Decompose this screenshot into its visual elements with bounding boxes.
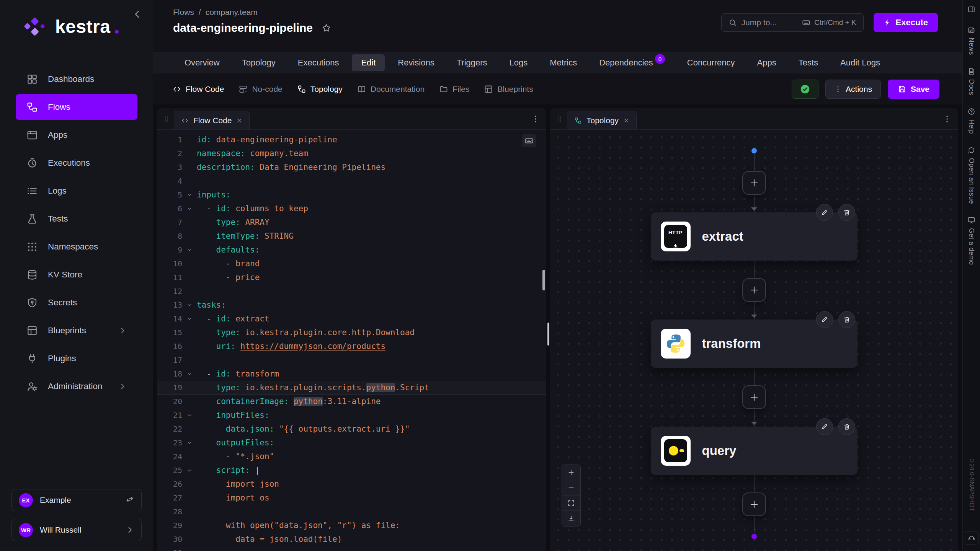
add-task-button[interactable] (742, 278, 766, 302)
code-line-27[interactable]: 27 import os (157, 491, 546, 505)
topology-canvas[interactable]: HTTPextracttransformquery (550, 130, 958, 551)
zoom-out-button[interactable] (562, 480, 580, 496)
code-line-18[interactable]: 18 - id: transform (157, 367, 546, 381)
tab-audit-logs[interactable]: Audit Logs (831, 54, 889, 71)
code-line-8[interactable]: 8 itemType: STRING (157, 229, 546, 243)
tab-triggers[interactable]: Triggers (448, 54, 497, 71)
code-line-9[interactable]: 9 defaults: (157, 243, 546, 257)
drag-handle-icon[interactable] (556, 114, 563, 124)
tab-executions[interactable]: Executions (289, 54, 348, 71)
code-editor[interactable]: 1id: data-engineering-pipeline2namespace… (157, 130, 546, 551)
add-task-button[interactable] (742, 171, 766, 195)
tab-metrics[interactable]: Metrics (541, 54, 586, 71)
tab-dependencies[interactable]: Dependencies0 (590, 54, 674, 71)
star-icon[interactable] (321, 23, 332, 33)
view-blueprints[interactable]: Blueprints (479, 82, 538, 97)
sidebar-collapse-icon[interactable] (132, 8, 143, 20)
sidebar-item-blueprints[interactable]: Blueprints (16, 318, 137, 343)
fold-toggle-icon[interactable] (182, 463, 197, 477)
sidebar-item-namespaces[interactable]: Namespaces (16, 234, 137, 259)
add-task-button[interactable] (742, 492, 766, 516)
topology-node-query[interactable]: query (651, 427, 858, 475)
support-icon[interactable] (965, 531, 978, 545)
breadcrumb-flows[interactable]: Flows (173, 8, 194, 17)
code-line-28[interactable]: 28 (157, 505, 546, 518)
right-panel-toggle[interactable] (967, 5, 975, 13)
code-line-15[interactable]: 15 type: io.kestra.plugin.core.http.Down… (157, 326, 546, 339)
add-task-button[interactable] (742, 385, 766, 409)
code-line-17[interactable]: 17 (157, 353, 546, 367)
sidebar-item-administration[interactable]: Administration (16, 373, 137, 399)
code-line-29[interactable]: 29 with open("data.json", "r") as file: (157, 518, 546, 532)
sidebar-item-logs[interactable]: Logs (16, 178, 137, 204)
code-line-13[interactable]: 13tasks: (157, 298, 546, 312)
rail-item-get-a-demo[interactable]: Get a demo (967, 216, 975, 265)
tab-revisions[interactable]: Revisions (389, 54, 443, 71)
topology-node-extract[interactable]: HTTPextract (651, 212, 858, 261)
view-documentation[interactable]: Documentation (352, 82, 430, 97)
rail-item-news[interactable]: News (967, 26, 975, 55)
edit-task-button[interactable] (816, 418, 833, 435)
delete-task-button[interactable] (838, 418, 855, 435)
panel-menu-icon[interactable] (942, 114, 952, 124)
fold-toggle-icon[interactable] (182, 243, 197, 257)
code-line-16[interactable]: 16 uri: https://dummyjson.com/products (157, 339, 546, 353)
code-line-14[interactable]: 14 - id: extract (157, 312, 546, 326)
view-flow-code[interactable]: Flow Code (167, 82, 229, 97)
code-line-26[interactable]: 26 import json (157, 477, 546, 491)
sidebar-item-secrets[interactable]: Secrets (16, 290, 137, 315)
sidebar-item-tests[interactable]: Tests (16, 206, 137, 231)
drag-handle-icon[interactable] (163, 114, 170, 124)
tab-edit[interactable]: Edit (352, 54, 385, 71)
rail-item-help[interactable]: Help (967, 108, 975, 134)
code-line-4[interactable]: 4 (157, 174, 546, 188)
execute-button[interactable]: Execute (874, 13, 938, 32)
jump-to-search[interactable]: Jump to... Ctrl/Cmd + K (721, 13, 864, 32)
export-topology-button[interactable] (562, 511, 580, 526)
sidebar-item-executions[interactable]: Executions (16, 150, 137, 176)
breadcrumb-namespace[interactable]: company.team (206, 8, 258, 17)
view-no-code[interactable]: No-code (233, 82, 287, 97)
delete-task-button[interactable] (838, 311, 855, 328)
fold-toggle-icon[interactable] (182, 312, 197, 326)
delete-task-button[interactable] (838, 204, 855, 221)
close-icon[interactable] (623, 117, 629, 124)
code-line-31[interactable]: 31 (157, 546, 546, 551)
fold-toggle-icon[interactable] (182, 408, 197, 422)
topology-node-transform[interactable]: transform (651, 320, 858, 368)
view-topology[interactable]: Topology (292, 82, 348, 97)
panel-splitter[interactable] (546, 108, 550, 551)
fit-view-button[interactable] (562, 496, 580, 511)
code-line-30[interactable]: 30 data = json.load(file) (157, 532, 546, 546)
code-line-24[interactable]: 24 - "*.json" (157, 450, 546, 463)
rail-item-open-an-issue[interactable]: Open an Issue (967, 146, 975, 204)
tab-tests[interactable]: Tests (789, 54, 827, 71)
topology-tab[interactable]: Topology (567, 111, 637, 129)
sidebar-item-flows[interactable]: Flows (16, 94, 137, 120)
editor-scrollbar[interactable] (542, 270, 545, 290)
sidebar-item-apps[interactable]: Apps (16, 122, 137, 148)
edit-task-button[interactable] (816, 204, 833, 221)
fold-toggle-icon[interactable] (182, 202, 197, 215)
zoom-in-button[interactable] (562, 465, 580, 480)
sidebar-item-dashboards[interactable]: Dashboards (16, 66, 137, 92)
code-line-20[interactable]: 20 containerImage: python:3.11-alpine (157, 395, 546, 408)
fold-toggle-icon[interactable] (182, 188, 197, 202)
fold-toggle-icon[interactable] (182, 367, 197, 381)
validation-status-button[interactable] (792, 80, 818, 99)
code-line-10[interactable]: 10 - brand (157, 257, 546, 271)
edit-task-button[interactable] (816, 311, 833, 328)
code-line-12[interactable]: 12 (157, 284, 546, 298)
panel-menu-icon[interactable] (531, 114, 540, 124)
fold-toggle-icon[interactable] (182, 436, 197, 450)
code-line-11[interactable]: 11 - price (157, 271, 546, 284)
code-line-2[interactable]: 2namespace: company.team (157, 147, 546, 160)
flow-code-tab[interactable]: Flow Code (174, 111, 250, 129)
tab-apps[interactable]: Apps (748, 54, 786, 71)
tab-concurrency[interactable]: Concurrency (678, 54, 744, 71)
sidebar-item-plugins[interactable]: Plugins (16, 346, 137, 371)
code-line-1[interactable]: 1id: data-engineering-pipeline (157, 133, 546, 147)
code-line-23[interactable]: 23 outputFiles: (157, 436, 546, 450)
keyboard-icon[interactable] (522, 134, 536, 147)
code-line-19[interactable]: 19 type: io.kestra.plugin.scripts.python… (157, 381, 546, 395)
